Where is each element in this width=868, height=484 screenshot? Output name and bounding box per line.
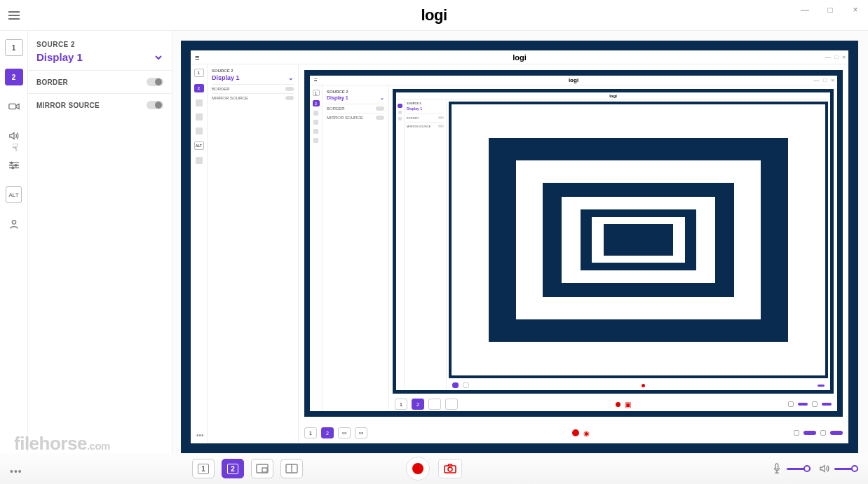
record-icon — [412, 463, 423, 474]
mirror-toggle[interactable] — [147, 101, 163, 109]
minimize-button[interactable]: — — [792, 0, 818, 20]
hamburger-icon — [8, 11, 20, 20]
audio-rail-button[interactable] — [5, 127, 23, 144]
mic-control[interactable] — [771, 463, 811, 474]
svg-rect-0 — [8, 104, 15, 109]
maximize-button[interactable]: □ — [818, 0, 843, 20]
center-controls — [406, 457, 462, 480]
display-select[interactable]: Display 1 — [28, 51, 172, 70]
user-icon — [8, 219, 20, 230]
layout-icon — [256, 464, 269, 473]
mic-icon — [771, 463, 782, 474]
window-controls: — □ × — [792, 0, 868, 20]
main-area: 1 2 ALT SOURCE 2 Display 1 BORDER MIRROR… — [0, 31, 868, 453]
app-logo: logi — [421, 6, 447, 25]
profile-rail-button[interactable] — [5, 216, 23, 233]
left-rail: 1 2 ALT — [0, 31, 28, 453]
screenshot-button[interactable] — [438, 459, 462, 478]
scene-buttons: 1 2 — [192, 459, 303, 478]
title-bar: logi — □ × — [0, 0, 868, 31]
border-row: BORDER — [28, 70, 172, 93]
camera-snap-icon — [444, 464, 456, 473]
speaker-control[interactable] — [819, 463, 858, 474]
svg-rect-6 — [262, 468, 267, 472]
chevron-down-icon — [154, 53, 163, 62]
speaker-icon — [8, 130, 20, 141]
camera-rail-button[interactable] — [5, 98, 23, 115]
border-toggle[interactable] — [147, 78, 163, 86]
sliders-icon — [8, 160, 20, 171]
preview-frame: ≡logi—□× 12ALT SOURCE 2 Display 1⌄ BORDE… — [181, 41, 858, 453]
alt-rail-button[interactable]: ALT — [6, 186, 21, 203]
scene-1-button[interactable]: 1 — [192, 459, 215, 478]
preview-area: ≡logi—□× 12ALT SOURCE 2 Display 1⌄ BORDE… — [172, 31, 868, 453]
camera-icon — [8, 101, 20, 112]
svg-point-2 — [15, 165, 17, 167]
svg-rect-10 — [775, 464, 778, 469]
speaker-out-icon — [819, 463, 830, 474]
svg-point-4 — [12, 221, 15, 224]
transitions-rail-button[interactable] — [5, 157, 23, 174]
record-button[interactable] — [406, 457, 430, 480]
more-button[interactable]: ••• — [10, 466, 22, 477]
source-label: SOURCE 2 — [28, 41, 172, 51]
layout-a-button[interactable] — [251, 459, 273, 478]
menu-button[interactable] — [0, 0, 28, 31]
close-button[interactable]: × — [843, 0, 868, 20]
nested-window-1: ≡logi—□× 12ALT SOURCE 2 Display 1⌄ BORDE… — [191, 50, 848, 443]
source-2-button[interactable]: 2 — [5, 69, 23, 85]
right-controls — [771, 463, 858, 474]
scene-2-button[interactable]: 2 — [222, 459, 244, 478]
layout-split-icon — [285, 464, 298, 473]
layout-b-button[interactable] — [280, 459, 303, 478]
mirror-row: MIRROR SOURCE — [28, 93, 172, 116]
source-panel: SOURCE 2 Display 1 BORDER MIRROR SOURCE — [28, 31, 172, 453]
source-1-button[interactable]: 1 — [5, 39, 23, 56]
svg-point-9 — [448, 467, 452, 471]
mic-slider[interactable] — [787, 465, 811, 472]
svg-point-1 — [11, 162, 13, 164]
speaker-slider[interactable] — [834, 465, 858, 472]
mirror-label: MIRROR SOURCE — [36, 102, 100, 109]
bottom-bar: ••• 1 2 — [0, 453, 868, 484]
display-name: Display 1 — [36, 51, 83, 63]
svg-point-3 — [11, 167, 13, 169]
border-label: BORDER — [36, 78, 68, 86]
